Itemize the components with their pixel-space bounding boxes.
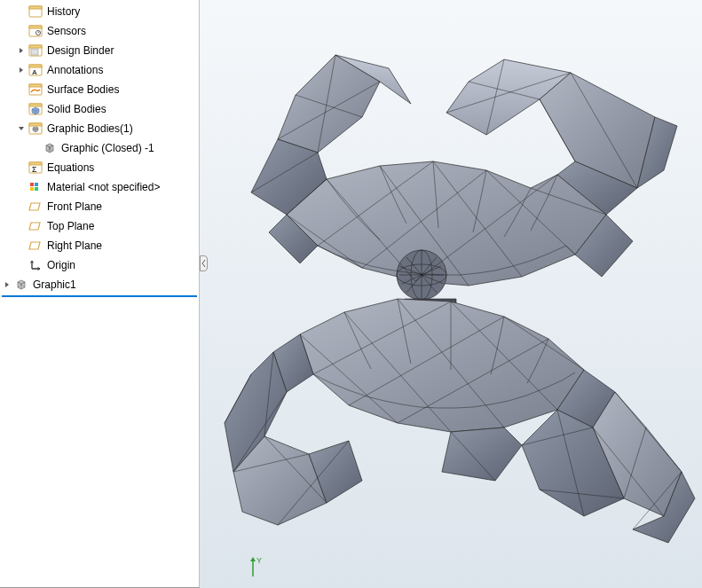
svg-rect-1 xyxy=(29,6,42,9)
blank-spacer xyxy=(30,143,41,153)
tree-label: Annotations xyxy=(47,64,103,76)
plane-icon xyxy=(28,199,43,215)
surface-bodies-icon xyxy=(28,82,43,98)
tree-label: Graphic Bodies(1) xyxy=(47,122,133,135)
plane-icon xyxy=(28,238,43,254)
svg-rect-22 xyxy=(35,183,38,186)
blank-spacer xyxy=(16,260,27,270)
tree-item-sensors[interactable]: Sensors xyxy=(0,21,199,41)
tree-label: Graphic (Closed) -1 xyxy=(61,142,154,154)
panel-collapse-handle[interactable] xyxy=(200,255,208,271)
tree-label: Graphic1 xyxy=(33,278,76,291)
expand-arrow-icon[interactable] xyxy=(2,279,12,290)
expand-arrow-icon[interactable] xyxy=(16,45,27,56)
blank-spacer xyxy=(16,240,27,251)
svg-rect-10 xyxy=(29,65,42,67)
tree-label: Right Plane xyxy=(47,239,102,252)
design-binder-icon xyxy=(28,43,43,59)
svg-rect-13 xyxy=(29,84,42,87)
blank-spacer xyxy=(16,201,27,212)
svg-rect-24 xyxy=(35,187,38,191)
svg-text:A: A xyxy=(32,68,37,76)
svg-rect-8 xyxy=(31,49,38,55)
tree-item-graphic1[interactable]: Graphic1 xyxy=(0,275,199,294)
tree-item-graphic-closed[interactable]: Graphic (Closed) -1 xyxy=(0,138,199,158)
tree-rollback-bar[interactable] xyxy=(2,295,197,297)
tree-item-design-binder[interactable]: Design Binder xyxy=(0,41,199,60)
svg-rect-21 xyxy=(30,183,34,186)
tree-label: Surface Bodies xyxy=(47,83,119,96)
origin-icon xyxy=(28,257,43,273)
tree-label: Equations xyxy=(47,161,94,174)
tree-label: Sensors xyxy=(47,25,86,37)
svg-rect-15 xyxy=(29,104,42,106)
graphic-closed-icon xyxy=(42,140,58,156)
tree-label: Design Binder xyxy=(47,44,114,57)
svg-marker-40 xyxy=(300,299,584,432)
expand-arrow-icon[interactable] xyxy=(16,65,27,75)
tree-item-front-plane[interactable]: Front Plane xyxy=(0,197,199,216)
tree-item-right-plane[interactable]: Right Plane xyxy=(0,236,199,255)
blank-spacer xyxy=(16,104,27,114)
collapse-arrow-icon[interactable] xyxy=(16,123,27,134)
tree-label: Solid Bodies xyxy=(47,103,106,115)
blank-spacer xyxy=(16,162,27,173)
tree-item-graphic-bodies[interactable]: Graphic Bodies(1) xyxy=(0,119,199,138)
svg-rect-23 xyxy=(30,187,34,191)
tree-item-solid-bodies[interactable]: Solid Bodies xyxy=(0,99,199,119)
sensors-icon xyxy=(28,23,43,39)
material-icon xyxy=(28,179,43,195)
tree-label: Top Plane xyxy=(47,220,94,232)
tree-item-material[interactable]: Material <not specified> xyxy=(0,177,199,197)
tree-label: Origin xyxy=(47,259,75,271)
graphic-bodies-icon xyxy=(28,121,43,137)
tree-item-surface-bodies[interactable]: Surface Bodies xyxy=(0,80,199,99)
tree-item-history[interactable]: History xyxy=(0,2,199,21)
tree-label: Front Plane xyxy=(47,200,102,213)
svg-rect-3 xyxy=(29,26,42,28)
svg-rect-17 xyxy=(29,123,42,126)
solid-bodies-icon xyxy=(28,101,43,117)
svg-text:Σ: Σ xyxy=(32,165,37,174)
axis-label: Y xyxy=(256,556,262,565)
svg-rect-7 xyxy=(29,45,42,48)
tree-item-annotations[interactable]: A Annotations xyxy=(0,60,199,80)
tree-label: History xyxy=(47,5,80,18)
feature-tree-panel[interactable]: History Sensors Design Binder A Annotati… xyxy=(0,0,200,588)
blank-spacer xyxy=(16,221,27,231)
graphic-feature-icon xyxy=(13,277,29,293)
blank-spacer xyxy=(16,182,27,192)
history-icon xyxy=(28,4,43,20)
model-mesh[interactable] xyxy=(200,0,702,588)
blank-spacer xyxy=(16,84,27,95)
annotations-icon: A xyxy=(28,62,43,78)
tree-item-origin[interactable]: Origin xyxy=(0,255,199,275)
plane-icon xyxy=(28,218,43,234)
blank-spacer xyxy=(16,6,27,17)
svg-marker-32 xyxy=(287,161,606,286)
equations-icon: Σ xyxy=(28,160,43,176)
axis-triad[interactable]: Y xyxy=(244,554,271,581)
tree-item-equations[interactable]: Σ Equations xyxy=(0,158,199,177)
blank-spacer xyxy=(16,26,27,36)
viewport-3d[interactable]: Y xyxy=(200,0,702,588)
tree-item-top-plane[interactable]: Top Plane xyxy=(0,216,199,236)
tree-label: Material <not specified> xyxy=(47,181,160,193)
